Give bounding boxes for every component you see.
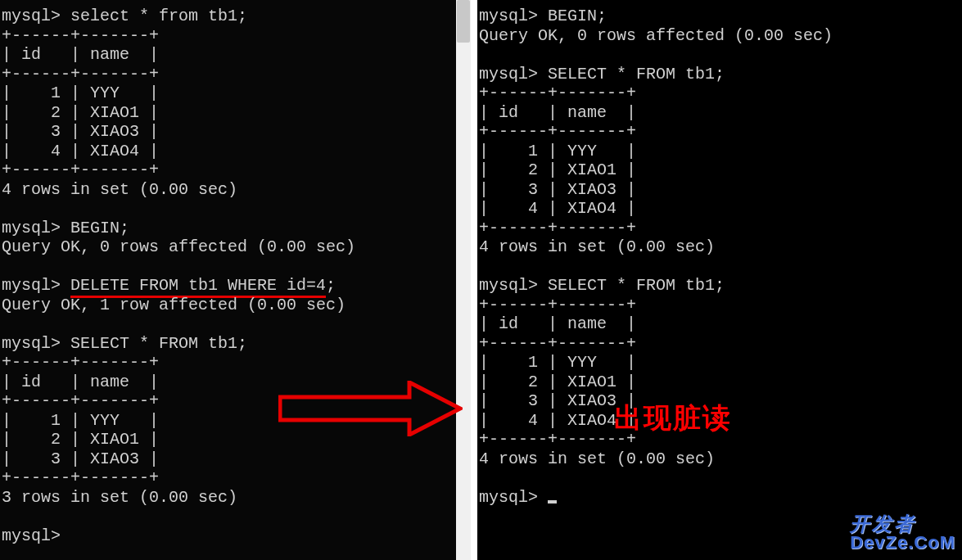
- line: mysql> SELECT * FROM tb1;: [479, 276, 725, 295]
- line: +------+-------+: [479, 84, 636, 102]
- semicolon: ;: [326, 276, 336, 295]
- cursor: [548, 500, 557, 504]
- dirty-read-label: 出现脏读: [614, 400, 732, 437]
- left-scrollbar-thumb[interactable]: [457, 0, 470, 43]
- line: mysql> SELECT * FROM tb1;: [479, 65, 725, 84]
- line: | 3 | XIAO3 |: [2, 449, 159, 468]
- line: +------+-------+: [2, 160, 159, 179]
- line: +------+-------+: [479, 122, 636, 141]
- line: | id | name |: [2, 45, 159, 64]
- line: | id | name |: [479, 103, 636, 122]
- line: | 3 | XIAO3 |: [2, 122, 159, 141]
- watermark-top: 开发者: [850, 514, 955, 534]
- line: +------+-------+: [479, 296, 636, 314]
- line: mysql> SELECT * FROM tb1;: [2, 334, 247, 353]
- line: +------+-------+: [2, 65, 159, 84]
- line: | 2 | XIAO1 |: [479, 160, 636, 179]
- line: | 1 | YYY |: [2, 84, 159, 102]
- left-scrollbar-track[interactable]: [456, 0, 471, 560]
- prompt: mysql>: [479, 488, 548, 507]
- pane-divider: [471, 0, 477, 560]
- line: +------+-------+: [479, 430, 636, 449]
- line: | 1 | YYY |: [479, 142, 636, 160]
- line: +------+-------+: [479, 334, 636, 353]
- line: Query OK, 0 rows affected (0.00 sec): [2, 237, 355, 256]
- line: Query OK, 0 rows affected (0.00 sec): [479, 26, 833, 45]
- line: +------+-------+: [2, 391, 159, 410]
- line: +------+-------+: [2, 468, 159, 487]
- line: 3 rows in set (0.00 sec): [2, 488, 237, 507]
- line: | 4 | XIAO4 |: [479, 199, 636, 218]
- line: | 2 | XIAO1 |: [2, 103, 159, 122]
- line: +------+-------+: [2, 26, 159, 45]
- line: | 3 | XIAO3 |: [479, 180, 636, 199]
- line: | 1 | YYY |: [479, 353, 636, 372]
- line: Query OK, 1 row affected (0.00 sec): [2, 296, 346, 314]
- prompt: mysql>: [2, 276, 70, 295]
- line: mysql>: [2, 526, 70, 545]
- left-terminal[interactable]: mysql> select * from tb1; +------+------…: [0, 0, 456, 560]
- line: | 3 | XIAO3 |: [479, 391, 636, 410]
- watermark: 开发者 DevZe.CoM: [850, 514, 955, 552]
- line: 4 rows in set (0.00 sec): [479, 237, 715, 256]
- line: | id | name |: [2, 373, 159, 391]
- line: | 1 | YYY |: [2, 411, 159, 430]
- line: | 2 | XIAO1 |: [479, 373, 636, 391]
- watermark-bottom: DevZe.CoM: [850, 534, 955, 552]
- line: | 4 | XIAO4 |: [2, 142, 159, 160]
- line: mysql> BEGIN;: [479, 7, 607, 25]
- line: +------+-------+: [2, 353, 159, 372]
- line: 4 rows in set (0.00 sec): [2, 180, 237, 199]
- right-terminal[interactable]: mysql> BEGIN; Query OK, 0 rows affected …: [477, 0, 962, 560]
- line: +------+-------+: [479, 219, 636, 237]
- line: | id | name |: [479, 314, 636, 333]
- line: mysql> select * from tb1;: [2, 7, 247, 25]
- line: 4 rows in set (0.00 sec): [479, 449, 715, 468]
- line: | 2 | XIAO1 |: [2, 430, 159, 449]
- line: mysql> BEGIN;: [2, 219, 129, 237]
- line: | 4 | XIAO4 |: [479, 411, 636, 430]
